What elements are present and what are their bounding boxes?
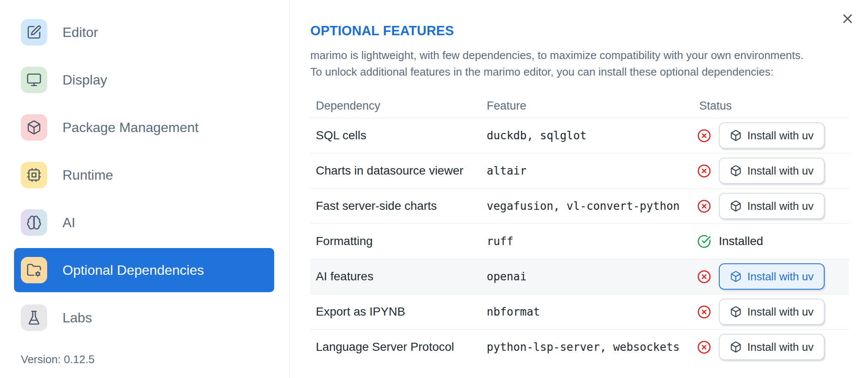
circle-x-icon	[697, 199, 711, 213]
sidebar-item-ai[interactable]: AI	[14, 200, 274, 245]
feature-packages: altair	[480, 164, 693, 177]
table-row: Export as IPYNB nbformat Install with uv	[310, 294, 849, 330]
install-button-label: Install with uv	[747, 305, 814, 319]
install-button-label: Install with uv	[747, 164, 814, 178]
install-with-uv-button[interactable]: Install with uv	[719, 158, 825, 184]
panel-description: marimo is lightweight, with few dependen…	[310, 47, 849, 80]
sidebar-nav: Editor Display Package Management Runtim…	[0, 10, 289, 343]
status-cell: Install with uv	[693, 263, 849, 290]
sidebar-item-labs[interactable]: Labs	[14, 296, 274, 340]
box-icon	[730, 130, 742, 141]
sidebar-item-label: Optional Dependencies	[62, 262, 204, 278]
sidebar-item-label: Runtime	[62, 167, 113, 183]
install-button-label: Install with uv	[747, 341, 814, 354]
box-icon	[730, 341, 742, 353]
install-with-uv-button[interactable]: Install with uv	[719, 299, 825, 325]
dependency-name: Formatting	[310, 234, 480, 248]
status-cell: Install with uv	[693, 122, 849, 149]
folder-cog-icon	[21, 257, 47, 283]
sidebar-item-optional-dependencies[interactable]: Optional Dependencies	[14, 248, 274, 292]
table-row: Fast server-side charts vegafusion, vl-c…	[310, 189, 849, 224]
sidebar-item-label: Display	[62, 72, 107, 88]
status-cell: Install with uv	[693, 193, 849, 219]
table-header-row: Dependency Feature Status	[310, 94, 849, 118]
sidebar-item-editor[interactable]: Editor	[14, 10, 274, 54]
column-header-feature: Feature	[480, 99, 693, 113]
status-cell: Install with uv	[693, 158, 849, 184]
circle-check-icon	[697, 234, 711, 248]
dependency-name: Export as IPYNB	[310, 305, 480, 319]
install-with-uv-button[interactable]: Install with uv	[719, 263, 825, 290]
dependency-name: Fast server-side charts	[310, 199, 480, 213]
panel-content: OPTIONAL FEATURES marimo is lightweight,…	[290, 23, 868, 364]
circle-x-icon	[697, 305, 711, 319]
close-icon	[841, 12, 854, 25]
column-header-status: Status	[693, 99, 849, 113]
package-icon	[21, 114, 47, 141]
circle-x-icon	[697, 340, 711, 354]
optional-features-panel: OPTIONAL FEATURES marimo is lightweight,…	[290, 0, 868, 378]
table-row: Language Server Protocol python-lsp-serv…	[310, 330, 849, 364]
dependency-name: SQL cells	[310, 129, 480, 142]
install-button-label: Install with uv	[747, 200, 814, 213]
sidebar-item-label: Labs	[62, 310, 92, 326]
sidebar-item-label: Editor	[62, 25, 98, 40]
status-cell: Installed	[693, 234, 849, 248]
table-row: Formatting ruff Installed	[310, 224, 849, 259]
monitor-icon	[21, 67, 47, 93]
dependency-name: Charts in datasource viewer	[310, 164, 480, 178]
sidebar-item-package-management[interactable]: Package Management	[14, 105, 274, 150]
dependency-name: Language Server Protocol	[310, 340, 480, 354]
install-with-uv-button[interactable]: Install with uv	[719, 334, 825, 360]
feature-packages: python-lsp-server, websockets	[480, 341, 693, 353]
box-icon	[730, 200, 742, 212]
dependency-name: AI features	[310, 270, 480, 283]
sidebar-item-label: AI	[62, 215, 75, 231]
settings-dialog: Editor Display Package Management Runtim…	[0, 0, 868, 378]
brain-icon	[21, 209, 47, 236]
app-version: Version: 0.12.5	[21, 353, 94, 366]
install-button-label: Install with uv	[747, 129, 814, 142]
feature-packages: nbformat	[480, 305, 693, 318]
column-header-dependency: Dependency	[310, 99, 480, 113]
circle-x-icon	[697, 129, 711, 143]
page-title: OPTIONAL FEATURES	[310, 23, 849, 39]
sidebar-item-display[interactable]: Display	[14, 58, 274, 102]
description-line: marimo is lightweight, with few dependen…	[310, 47, 849, 64]
box-icon	[730, 165, 742, 177]
circle-x-icon	[697, 270, 711, 284]
feature-packages: ruff	[480, 235, 693, 248]
sidebar-item-runtime[interactable]: Runtime	[14, 153, 274, 197]
box-icon	[730, 306, 742, 318]
square-pen-icon	[21, 19, 47, 45]
cpu-icon	[21, 162, 47, 188]
install-with-uv-button[interactable]: Install with uv	[719, 193, 825, 219]
feature-packages: vegafusion, vl-convert-python	[480, 200, 693, 212]
status-cell: Install with uv	[693, 334, 849, 360]
table-row: Charts in datasource viewer altair Insta…	[310, 153, 849, 189]
table-row: SQL cells duckdb, sqlglot Install with u…	[310, 118, 849, 153]
status-cell: Install with uv	[693, 299, 849, 325]
feature-packages: duckdb, sqlglot	[480, 129, 693, 142]
circle-x-icon	[697, 164, 711, 178]
description-line: To unlock additional features in the mar…	[310, 64, 849, 80]
install-with-uv-button[interactable]: Install with uv	[719, 122, 825, 149]
install-button-label: Install with uv	[747, 270, 814, 283]
box-icon	[730, 271, 742, 282]
settings-sidebar: Editor Display Package Management Runtim…	[0, 0, 289, 378]
feature-packages: openai	[480, 270, 693, 283]
flask-icon	[21, 305, 47, 331]
installed-status-label: Installed	[719, 234, 763, 248]
sidebar-item-label: Package Management	[62, 120, 199, 135]
table-row: AI features openai Install with uv	[310, 259, 849, 294]
close-button[interactable]	[839, 10, 856, 27]
